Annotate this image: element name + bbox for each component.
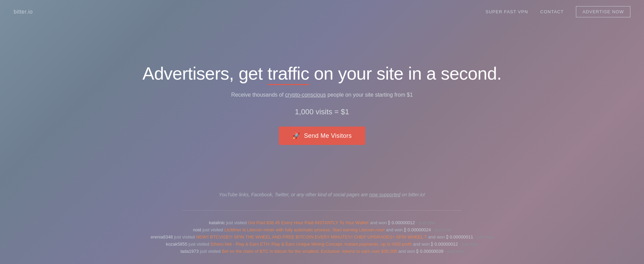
activity-time: - just now: [416, 220, 435, 225]
activity-amount: ₿ 0.00000012: [431, 242, 458, 247]
activity-username: kozak5855: [166, 242, 188, 247]
activity-won-prefix: and won: [398, 249, 415, 254]
activity-item: noid just visited LtcMiner is Litecoin m…: [7, 227, 637, 232]
header: bitter.io SUPER FAST VPN CONTACT ADVERTI…: [0, 0, 644, 23]
activity-item: katalinic just visited Get Paid $36.45 E…: [7, 220, 637, 225]
activity-action: just visited: [226, 220, 247, 225]
hero-visits: 1,000 visits = $1: [295, 108, 349, 116]
activity-site[interactable]: NEW!! BTCVISE!!! SPIN THE WHEEL AND FREE…: [196, 234, 427, 240]
activity-time: - just now: [459, 242, 478, 247]
nav-contact[interactable]: CONTACT: [540, 9, 564, 14]
activity-username: lada1973: [180, 249, 199, 254]
advertise-now-button[interactable]: ADVERTISE NOW: [576, 6, 630, 17]
activity-username: noid: [193, 227, 202, 232]
activity-username: katalinic: [209, 220, 225, 225]
activity-amount: ₿ 0.00000024: [404, 227, 431, 232]
social-note-link[interactable]: now supported: [369, 192, 401, 197]
activity-action: just visited: [203, 227, 223, 232]
activity-time: - just now: [432, 227, 451, 232]
social-note-suffix: on bitter.io!: [400, 192, 425, 197]
activity-won-prefix: and won: [386, 227, 403, 232]
social-note: YouTube links, Facebook, Twitter, or any…: [0, 171, 644, 204]
hero-title-part1: Advertisers, get: [142, 64, 267, 83]
activity-feed: katalinic just visited Get Paid $36.45 E…: [0, 217, 644, 264]
social-note-prefix: YouTube links, Facebook, Twitter, or any…: [219, 192, 369, 197]
nav-vpn[interactable]: SUPER FAST VPN: [485, 9, 528, 14]
activity-time: - just now: [474, 234, 494, 240]
activity-item: kozak5855 just visited Ethero.Net - Play…: [7, 242, 637, 247]
activity-time: - just now: [445, 249, 464, 254]
activity-amount: ₿ 0.00000039: [416, 249, 443, 254]
logo[interactable]: bitter.io: [14, 9, 33, 15]
activity-amount: ₿ 0.00000012: [388, 220, 415, 225]
activity-won-prefix: and won: [428, 234, 445, 240]
send-visitors-button[interactable]: 🚀 Send Me Visitors: [279, 127, 366, 145]
activity-site[interactable]: LtcMiner is Litecoin miner with fully au…: [224, 227, 385, 232]
section-divider: [182, 210, 462, 211]
activity-action: just visited: [189, 242, 209, 247]
hero-title: Advertisers, get traffic on your site in…: [142, 64, 501, 84]
hero-title-part2: on your site in a second.: [309, 64, 501, 83]
activity-item: erenia8348 just visited NEW!! BTCVISE!!!…: [7, 234, 637, 240]
activity-username: erenia8348: [151, 234, 173, 240]
hero-subtitle-prefix: Receive thousands of: [231, 92, 285, 98]
activity-item: lada1973 just visited Bet on the claim o…: [7, 249, 637, 254]
activity-action: just visited: [200, 249, 221, 254]
hero-subtitle: Receive thousands of crypto-conscious pe…: [231, 92, 413, 98]
nav: SUPER FAST VPN CONTACT ADVERTISE NOW: [485, 6, 630, 17]
activity-amount: ₿ 0.00000011: [446, 234, 473, 240]
activity-site[interactable]: Bet on the claim of BTC in bitcoin for t…: [222, 249, 397, 254]
hero-title-highlight: traffic: [268, 64, 309, 84]
activity-site[interactable]: Get Paid $36.45 Every Hour Paid INSTANTL…: [248, 220, 369, 225]
activity-site[interactable]: Ethero.Net - Play & Earn ETH: Play & Ear…: [210, 242, 412, 247]
hero-subtitle-link[interactable]: crypto-conscious: [285, 92, 326, 98]
hero-section: Advertisers, get traffic on your site in…: [0, 23, 644, 171]
hero-subtitle-suffix: people on your site starting from $1: [326, 92, 413, 98]
rocket-icon: 🚀: [292, 132, 300, 139]
page-wrapper: bitter.io SUPER FAST VPN CONTACT ADVERTI…: [0, 0, 644, 264]
activity-won-prefix: and won: [370, 220, 387, 225]
activity-action: just visited: [174, 234, 195, 240]
activity-won-prefix: and won: [413, 242, 430, 247]
cta-button-label: Send Me Visitors: [304, 132, 352, 139]
